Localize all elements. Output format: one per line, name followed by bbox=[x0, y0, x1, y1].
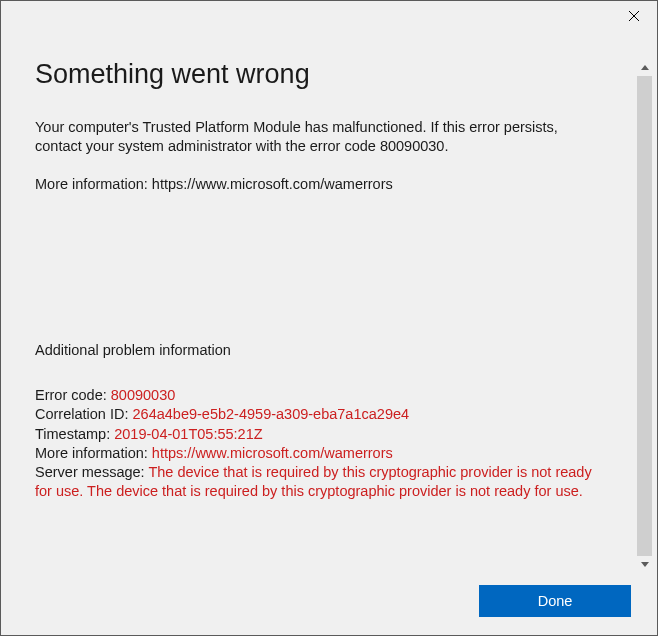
scroll-up-button[interactable] bbox=[636, 59, 653, 76]
additional-info-title: Additional problem information bbox=[35, 342, 639, 358]
error-code-value: 80090030 bbox=[111, 387, 176, 403]
error-code-row: Error code: 80090030 bbox=[35, 386, 610, 405]
more-info-url: https://www.microsoft.com/wamerrors bbox=[152, 176, 393, 192]
button-row: Done bbox=[1, 573, 657, 617]
body-text: Your computer's Trusted Platform Module … bbox=[35, 118, 600, 156]
scroll-area: Something went wrong Your computer's Tru… bbox=[1, 31, 647, 573]
done-button[interactable]: Done bbox=[479, 585, 631, 617]
correlation-id-row: Correlation ID: 264a4be9-e5b2-4959-a309-… bbox=[35, 405, 610, 424]
correlation-id-label: Correlation ID: bbox=[35, 406, 133, 422]
correlation-id-value: 264a4be9-e5b2-4959-a309-eba7a1ca29e4 bbox=[133, 406, 410, 422]
timestamp-label: Timestamp: bbox=[35, 426, 114, 442]
timestamp-value: 2019-04-01T05:55:21Z bbox=[114, 426, 262, 442]
chevron-up-icon bbox=[641, 65, 649, 70]
scroll-down-button[interactable] bbox=[636, 556, 653, 573]
scroll-track[interactable] bbox=[637, 76, 652, 556]
close-icon bbox=[629, 11, 639, 21]
detail-more-info-label: More information: bbox=[35, 445, 152, 461]
more-info-label: More information: bbox=[35, 176, 152, 192]
scrollbar[interactable] bbox=[636, 59, 653, 573]
server-message-row: Server message: The device that is requi… bbox=[35, 464, 592, 499]
error-dialog: Something went wrong Your computer's Tru… bbox=[0, 0, 658, 636]
server-message-label: Server message: bbox=[35, 464, 148, 480]
content-area: Something went wrong Your computer's Tru… bbox=[1, 31, 657, 635]
detail-more-info-url: https://www.microsoft.com/wamerrors bbox=[152, 445, 393, 461]
detail-block: Error code: 80090030 Correlation ID: 264… bbox=[35, 386, 610, 501]
titlebar bbox=[1, 1, 657, 31]
more-info-line: More information: https://www.microsoft.… bbox=[35, 176, 639, 192]
heading: Something went wrong bbox=[35, 59, 639, 90]
chevron-down-icon bbox=[641, 562, 649, 567]
detail-more-info-row: More information: https://www.microsoft.… bbox=[35, 444, 610, 463]
close-button[interactable] bbox=[611, 1, 657, 31]
spacer bbox=[35, 192, 639, 342]
timestamp-row: Timestamp: 2019-04-01T05:55:21Z bbox=[35, 425, 610, 444]
error-code-label: Error code: bbox=[35, 387, 111, 403]
